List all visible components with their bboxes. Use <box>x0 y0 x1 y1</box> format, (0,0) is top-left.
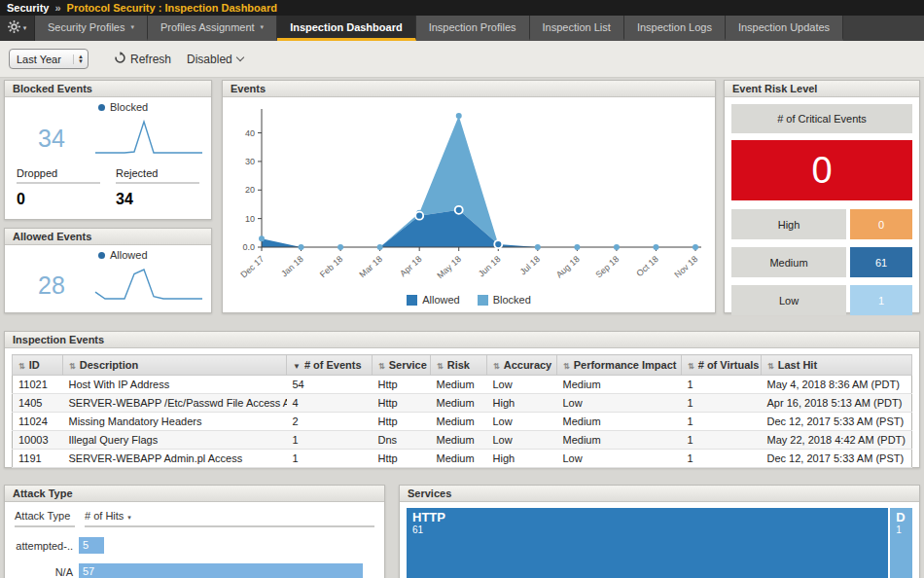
column-header-performance-impact[interactable]: ⇅Performance Impact <box>557 355 682 376</box>
table-row[interactable]: 11024Missing Mandatory Headers2HttpMediu… <box>13 413 912 431</box>
blocked-events-title: Blocked Events <box>5 81 211 97</box>
table-cell: Medium <box>431 413 487 431</box>
legend-dot-icon <box>98 252 105 259</box>
tab-inspection-list[interactable]: Inspection List <box>530 16 624 41</box>
table-cell: Http <box>373 413 431 431</box>
legend-swatch-icon <box>478 295 488 306</box>
breadcrumb-title: Protocol Security : Inspection Dashboard <box>67 2 277 14</box>
event-id-link[interactable]: 11024 <box>13 413 63 431</box>
inspection-events-table: ⇅ID⇅Description▼# of Events⇅Service⇅Risk… <box>12 354 912 468</box>
refresh-button[interactable]: Refresh <box>114 52 171 67</box>
svg-text:30: 30 <box>245 157 255 166</box>
services-treemap: HTTP61D1 <box>407 508 912 578</box>
attack-type-panel: Attack Type Attack Type # of Hits▾ attem… <box>4 485 385 578</box>
column-label: ID <box>29 359 40 371</box>
table-cell: Http <box>373 376 431 394</box>
critical-events-value: 0 <box>731 140 912 200</box>
legend-label: Blocked <box>493 294 531 306</box>
legend-item-blocked: Blocked <box>478 294 531 306</box>
inspection-events-panel: Inspection Events ⇅ID⇅Description▼# of E… <box>4 331 920 468</box>
svg-text:Jul 18: Jul 18 <box>518 254 543 277</box>
treemap-cell-http[interactable]: HTTP61 <box>407 508 888 578</box>
allowed-legend: Allowed <box>98 249 211 261</box>
gear-icon <box>8 19 20 37</box>
blocked-stats: Dropped 0 Rejected 34 <box>5 162 211 208</box>
column-label: Service <box>389 359 427 371</box>
table-row[interactable]: 1405SERVER-WEBAPP /Etc/Passwd File Acces… <box>13 394 912 413</box>
column-header-accuracy[interactable]: ⇅Accuracy <box>487 355 557 376</box>
column-header-last-hit[interactable]: ⇅Last Hit <box>762 355 912 376</box>
treemap-cell-value: 61 <box>412 524 888 535</box>
services-panel: Services HTTP61D1 <box>399 485 920 578</box>
table-cell: 1 <box>682 394 762 413</box>
column-header-risk[interactable]: ⇅Risk <box>431 355 487 376</box>
refresh-icon <box>114 52 126 67</box>
table-cell: Medium <box>557 413 682 431</box>
column-header-of-events[interactable]: ▼# of Events <box>287 355 373 376</box>
dropped-stat: Dropped 0 <box>17 167 100 208</box>
disabled-dropdown[interactable]: Disabled <box>187 53 243 66</box>
dropped-label: Dropped <box>17 167 100 184</box>
attack-type-bar[interactable]: 5 <box>79 537 104 554</box>
tab-security-profiles[interactable]: Security Profiles▾ <box>35 16 148 41</box>
legend-swatch-icon <box>407 295 417 306</box>
select-stepper-icon: ▲▼ <box>73 54 88 64</box>
svg-text:20: 20 <box>245 185 255 195</box>
risk-row-medium: Medium61 <box>731 247 912 277</box>
table-cell: May 22, 2018 4:42 AM (PDT) <box>762 431 912 450</box>
events-panel: Events 0.010203040Dec 17Jan 18Feb 18Mar … <box>222 80 716 313</box>
table-cell: Low <box>487 431 557 450</box>
svg-text:Jun 18: Jun 18 <box>477 254 503 279</box>
attack-type-bar[interactable]: 57 <box>79 563 363 578</box>
blocked-events-panel: Blocked Events Blocked 34 Dropped 0 Reje… <box>4 80 212 220</box>
event-id-link[interactable]: 1405 <box>13 394 63 413</box>
legend-label: Allowed <box>422 294 460 306</box>
treemap-cell-label: D <box>896 510 912 524</box>
allowed-events-title: Allowed Events <box>5 229 211 245</box>
table-row[interactable]: 10003Illegal Query Flags1DnsMediumLowMed… <box>13 431 912 450</box>
hits-column-label[interactable]: # of Hits▾ <box>85 510 374 527</box>
table-cell: 54 <box>287 376 373 394</box>
treemap-cell-d[interactable]: D1 <box>890 508 912 578</box>
table-cell: 1 <box>682 413 762 431</box>
critical-events-label: # of Critical Events <box>731 104 912 133</box>
disabled-label: Disabled <box>187 53 232 66</box>
rejected-stat: Rejected 34 <box>116 167 199 208</box>
allowed-legend-label: Allowed <box>110 249 148 261</box>
allowed-summary: 28 <box>5 261 211 307</box>
settings-menu-button[interactable]: ▾ <box>0 16 35 41</box>
tab-inspection-updates[interactable]: Inspection Updates <box>726 16 843 41</box>
column-header-id[interactable]: ⇅ID <box>13 355 63 376</box>
attack-type-row: attempted-..5 <box>15 537 374 554</box>
table-row[interactable]: 1191SERVER-WEBAPP Admin.pl Access1HttpMe… <box>13 450 912 468</box>
table-cell: Medium <box>431 376 487 394</box>
time-period-select[interactable]: Last Year ▲▼ <box>9 49 89 69</box>
legend-item-allowed: Allowed <box>407 294 460 306</box>
tab-inspection-profiles[interactable]: Inspection Profiles <box>416 16 530 41</box>
column-header-of-virtuals[interactable]: ⇅# of Virtuals <box>682 355 762 376</box>
table-cell: 4 <box>287 394 373 413</box>
event-id-link[interactable]: 10003 <box>13 431 63 450</box>
table-cell: Http <box>373 394 431 413</box>
rejected-label: Rejected <box>116 167 199 184</box>
tab-label: Security Profiles <box>48 21 124 33</box>
tab-inspection-logs[interactable]: Inspection Logs <box>624 16 726 41</box>
event-id-link[interactable]: 1191 <box>13 450 63 468</box>
time-period-value: Last Year <box>10 54 73 65</box>
table-cell: May 4, 2018 8:36 AM (PDT) <box>762 376 912 394</box>
event-id-link[interactable]: 11021 <box>13 376 63 394</box>
column-header-description[interactable]: ⇅Description <box>63 355 287 376</box>
tab-profiles-assignment[interactable]: Profiles Assignment▾ <box>148 16 277 41</box>
column-label: # of Events <box>304 359 362 371</box>
chevron-down-icon: ▾ <box>261 23 265 31</box>
column-header-service[interactable]: ⇅Service <box>373 355 431 376</box>
column-label: Description <box>80 359 139 371</box>
table-row[interactable]: 11021Host With IP Address54HttpMediumLow… <box>13 376 912 394</box>
sort-icon: ⇅ <box>437 362 444 371</box>
breadcrumb-section[interactable]: Security <box>7 2 49 14</box>
attack-type-column-label[interactable]: Attack Type <box>15 510 75 527</box>
risk-label: Medium <box>731 247 846 277</box>
risk-value: 0 <box>850 209 912 239</box>
table-cell: Medium <box>431 450 487 468</box>
tab-inspection-dashboard[interactable]: Inspection Dashboard <box>277 16 416 41</box>
